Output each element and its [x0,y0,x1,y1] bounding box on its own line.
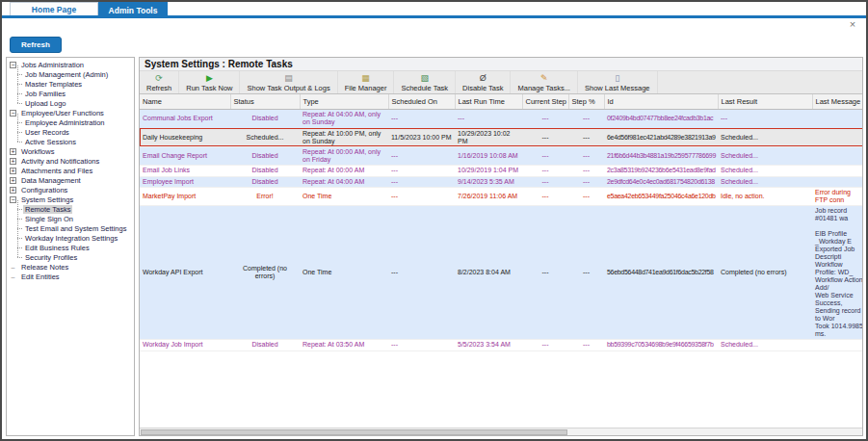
table-row-error[interactable]: MarketPay Import Error! One Time --- 7/2… [140,187,863,205]
sidebar-item-label: Data Management [19,176,83,185]
task-name: Workday Job Import [140,339,230,350]
leaf-dash-icon: – [10,273,16,280]
expand-icon[interactable]: + [10,168,16,174]
column-header-current-step[interactable]: Current Step # [522,94,568,109]
toolbar-button-label: Run Task Now [186,84,232,92]
task-last-message [812,146,863,165]
table-row[interactable]: Communal Jobs Export Disabled Repeat: At… [140,109,863,128]
tab-underline [2,15,866,18]
table-row[interactable]: Workday Job Import Disabled Repeat: At 0… [140,339,863,350]
task-current-step: --- [522,187,568,205]
table-row[interactable]: Employee Import Disabled Repeat: At 04:0… [140,176,863,187]
task-id: 0f2409b4bd07477bb8ee24fcadb3b1ac [604,109,718,128]
sidebar-item-release-notes[interactable]: –Release Notes [10,262,134,272]
sidebar-item-jobs-administration[interactable]: −Jobs Administration [10,60,134,69]
sidebar-item-single-sign-on[interactable]: Single Sign On [10,214,134,223]
refresh-tasks-button[interactable]: ⟳Refresh [140,71,179,93]
scrollbar-thumb[interactable] [141,429,567,435]
task-last-message [812,165,863,176]
collapse-icon[interactable]: − [10,110,16,117]
sidebar-item-employee-administration[interactable]: Employee Administration [10,117,134,127]
column-header-id[interactable]: Id [604,94,718,109]
task-status: Scheduled... [230,128,300,146]
sidebar-item-label: Remote Tasks [23,205,72,214]
run-task-now-button[interactable]: ▶Run Task Now [179,71,240,93]
task-last-message [812,128,863,146]
manage-tasks-button[interactable]: ✎Manage Tasks... [511,71,577,93]
collapse-icon[interactable]: − [10,62,16,68]
task-last-run-time: 7/26/2019 11:06 AM [455,187,522,205]
sidebar-item-employee-user-functions[interactable]: −Employee/User Functions [10,108,134,117]
task-status: Disabled [230,109,300,128]
table-row[interactable]: Email Job Links Disabled Repeat: At 00:0… [140,165,863,176]
refresh-page-button[interactable]: Refresh [10,37,62,53]
task-last-result: Scheduled... [718,176,812,187]
task-last-message [812,339,863,350]
task-id: 56ebd56448d741ea9d61f6dac5b22f58 [604,205,718,339]
remote-tasks-table: Name Status Type Scheduled On Last Run T… [140,94,863,351]
sidebar-item-label: Activity and Notifications [19,157,101,166]
column-header-last-result[interactable]: Last Result [718,94,812,109]
admin-tools-window: Home Page Admin Tools × Refresh −Jobs Ad… [0,0,868,441]
close-icon[interactable]: × [847,18,858,30]
collapse-icon[interactable]: − [10,196,16,203]
column-header-scheduled-on[interactable]: Scheduled On [388,94,455,109]
task-last-result: --- [718,109,812,128]
column-header-last-run-time[interactable]: Last Run Time [455,94,522,109]
sidebar-item-edit-entities[interactable]: –Edit Entities [10,272,134,281]
sidebar-item-attachments-and-files[interactable]: +Attachments and Files [10,166,134,175]
sidebar-item-test-email-system-settings[interactable]: Test Email and System Settings [10,223,134,233]
column-header-type[interactable]: Type [300,94,388,109]
tab-home-page[interactable]: Home Page [10,2,98,15]
disable-slash-icon: Ø [480,73,487,84]
show-last-message-button[interactable]: ▯Show Last Message [578,71,658,93]
column-header-status[interactable]: Status [230,94,300,109]
table-row[interactable]: Email Change Report Disabled Repeat: At … [140,146,863,165]
horizontal-scrollbar[interactable] [140,428,862,435]
expand-icon[interactable]: + [10,187,16,194]
task-name: Email Change Report [140,146,230,165]
toolbar-button-label: Disable Task [462,84,503,92]
sidebar-item-data-management[interactable]: +Data Management [10,175,134,185]
table-row[interactable]: Workday API Export Completed (no errors)… [140,205,863,339]
task-last-run-time: 9/14/2023 5:35 AM [455,176,522,187]
table-row-selected[interactable]: Daily Housekeeping Scheduled... Repeat: … [140,128,863,146]
expand-icon[interactable]: + [10,158,16,165]
sidebar-item-job-management[interactable]: Job Management (Admin) [10,69,134,79]
sidebar-item-active-sessions[interactable]: Active Sessions [10,137,134,146]
sidebar-item-master-templates[interactable]: Master Templates [10,79,134,89]
sidebar-item-workflows[interactable]: +Workflows [10,146,134,156]
toolbar-button-label: Schedule Task [401,84,448,92]
column-header-last-message[interactable]: Last Message [812,94,863,109]
sidebar-item-edit-business-rules[interactable]: Edit Business Rules [10,243,134,252]
sidebar-item-configurations[interactable]: +Configurations [10,185,134,195]
column-header-step-pct[interactable]: Step % [568,94,604,109]
sidebar-item-user-records[interactable]: User Records [10,127,134,137]
sidebar-item-upload-logo[interactable]: Upload Logo [10,98,134,108]
show-task-output-logs-button[interactable]: ▤Show Task Output & Logs [240,71,337,93]
sidebar-item-job-families[interactable]: Job Families [10,89,134,98]
sidebar-item-activity-and-notifications[interactable]: +Activity and Notifications [10,156,134,166]
task-name: Employee Import [140,176,230,187]
task-current-step: --- [522,165,568,176]
expand-icon[interactable]: + [10,148,16,155]
sidebar-item-label: Edit Business Rules [23,244,92,252]
sidebar-item-system-settings[interactable]: −System Settings [10,195,134,204]
sidebar-item-label: Test Email and System Settings [23,224,128,233]
task-scheduled-on: --- [388,109,455,128]
tasks-toolbar: ⟳Refresh ▶Run Task Now ▤Show Task Output… [140,70,862,94]
task-scheduled-on: --- [388,146,455,165]
expand-icon[interactable]: + [10,177,16,184]
task-type: Repeat: At 00:00 AM, only on Friday [300,146,388,165]
task-current-step: --- [522,339,568,350]
task-step-pct: --- [568,205,604,339]
disable-task-button[interactable]: ØDisable Task [456,71,511,93]
task-last-run-time: 1/16/2019 10:08 AM [455,146,522,165]
sidebar-item-security-profiles[interactable]: Security Profiles [10,252,134,262]
sidebar-item-remote-tasks[interactable]: Remote Tasks [10,204,134,214]
sidebar-item-workday-integration-settings[interactable]: Workday Integration Settings [10,233,134,243]
schedule-task-button[interactable]: ▧Schedule Task [394,71,456,93]
task-last-run-time: --- [455,109,522,128]
column-header-name[interactable]: Name [140,94,230,109]
file-manager-button[interactable]: ▦File Manager [338,71,395,93]
